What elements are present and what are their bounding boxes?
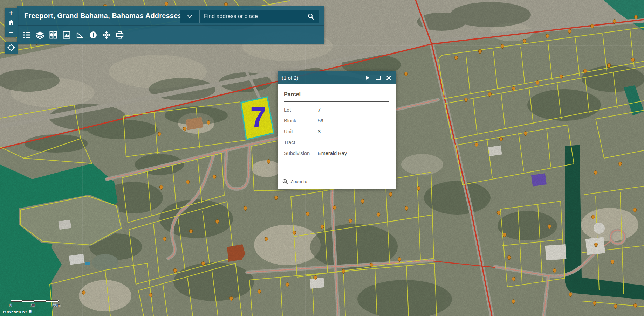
layers-icon (36, 31, 44, 39)
basemap-gallery-button[interactable] (48, 30, 58, 40)
print-button[interactable] (115, 30, 124, 40)
maximize-button[interactable] (375, 75, 381, 81)
directions-icon (103, 31, 110, 39)
directions-button[interactable] (102, 30, 111, 40)
popup-fields: Lot7Block59Unit3TractSubdivisionEmerald … (284, 107, 389, 156)
chevron-down-icon (187, 14, 192, 19)
field-row: Unit3 (284, 129, 389, 134)
about-button[interactable] (88, 30, 98, 40)
field-value: 59 (318, 118, 323, 124)
legend-icon (23, 31, 30, 38)
field-value: 3 (318, 129, 321, 134)
field-value: 7 (318, 107, 321, 113)
field-label: Block (284, 118, 318, 124)
powered-by-text: POWERED BY (3, 310, 27, 314)
popup-pagination: (1 of 2) (282, 75, 299, 81)
zoom-out-button[interactable]: − (5, 27, 18, 37)
search-box (180, 10, 319, 23)
feature-popup: (1 of 2) Parcel Lot7Blo (278, 71, 396, 189)
info-icon (89, 31, 97, 39)
search-source-dropdown[interactable] (180, 10, 200, 23)
field-row: Tract (284, 140, 389, 145)
draw-button[interactable] (62, 30, 71, 40)
measurement-button[interactable] (75, 30, 84, 40)
field-value: Emerald Bay (318, 150, 347, 156)
close-icon (386, 76, 391, 80)
scale-label-0: 0 (9, 303, 12, 307)
esri-logo-icon (29, 310, 32, 313)
field-row: Lot7 (284, 107, 389, 113)
close-button[interactable] (385, 75, 392, 81)
scale-label-60: 60m (53, 303, 60, 307)
next-arrow-icon (366, 76, 370, 80)
home-icon (8, 20, 14, 26)
search-icon (307, 13, 314, 20)
zoom-controls: + − (5, 8, 18, 37)
zoom-to-label: Zoom to (290, 179, 307, 184)
search-button[interactable] (303, 10, 319, 23)
print-icon (116, 31, 124, 39)
draw-icon (63, 31, 70, 39)
field-label: Lot (284, 107, 318, 113)
popup-body: Parcel Lot7Block59Unit3TractSubdivisionE… (278, 84, 396, 189)
field-row: Block59 (284, 118, 389, 124)
field-label: Subdivision (284, 150, 318, 156)
maximize-icon (376, 76, 381, 80)
zoom-to-link[interactable]: Zoom to (282, 179, 307, 184)
measurement-icon (76, 31, 84, 38)
toolbar (17, 25, 324, 44)
next-feature-button[interactable] (364, 75, 371, 81)
search-input[interactable] (200, 10, 303, 23)
popup-header[interactable]: (1 of 2) (278, 71, 396, 84)
locate-icon (7, 44, 15, 51)
legend-button[interactable] (22, 30, 31, 40)
basemap-gallery-icon (49, 31, 57, 39)
zoom-in-button[interactable]: + (5, 8, 18, 17)
field-label: Tract (284, 140, 318, 145)
popup-title: Parcel (284, 89, 389, 102)
attribution: POWERED BY (3, 310, 32, 314)
home-button[interactable] (5, 17, 18, 27)
app-title: Freeport, Grand Bahama, Bahamas Addresse… (24, 12, 182, 20)
scale-label-30: 30 (31, 303, 35, 307)
field-row: SubdivisionEmerald Bay (284, 150, 389, 156)
layers-button[interactable] (35, 30, 44, 40)
zoom-to-icon (282, 179, 288, 184)
app-header: Freeport, Grand Bahama, Bahamas Addresse… (17, 6, 324, 44)
my-location-button[interactable] (5, 42, 18, 54)
scale-bar: 0 30 60m (11, 300, 59, 307)
field-label: Unit (284, 129, 318, 134)
